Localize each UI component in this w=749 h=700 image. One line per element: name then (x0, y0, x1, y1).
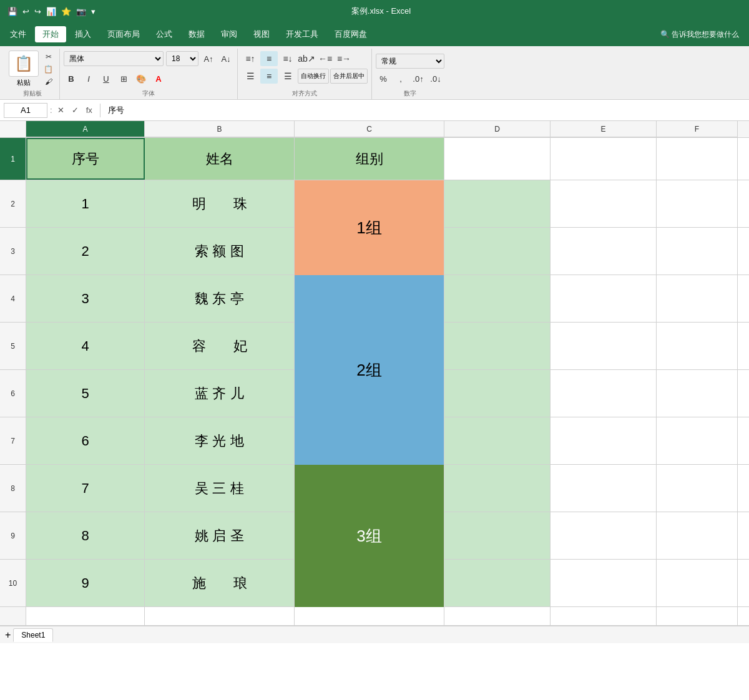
cell-a7[interactable]: 6 (26, 417, 145, 464)
col-header-b[interactable]: B (145, 121, 295, 137)
cell-e1[interactable] (551, 138, 657, 180)
cell-f-empty[interactable] (657, 607, 738, 625)
cell-f8[interactable] (657, 465, 738, 512)
save-icon[interactable]: 💾 (7, 7, 17, 16)
cell-c-empty[interactable] (295, 607, 444, 625)
row-header-10[interactable]: 10 (0, 560, 26, 606)
star-icon[interactable]: ⭐ (61, 7, 71, 16)
cell-a3[interactable]: 2 (26, 228, 145, 275)
merged-group-1[interactable]: 1组 (295, 180, 444, 275)
add-sheet-button[interactable]: + (5, 630, 11, 641)
formula-input[interactable] (105, 103, 745, 118)
cell-e-empty[interactable] (551, 607, 657, 625)
menu-home[interactable]: 开始 (35, 26, 66, 42)
cell-f3[interactable] (657, 228, 738, 275)
cell-e5[interactable] (551, 323, 657, 369)
cell-d3[interactable] (444, 228, 551, 275)
row-header-1[interactable]: 1 (0, 138, 26, 180)
row-header-2[interactable]: 2 (0, 180, 26, 227)
cell-e6[interactable] (551, 370, 657, 417)
italic-button[interactable]: I (81, 71, 96, 86)
cell-d1[interactable] (444, 138, 551, 180)
orient-button[interactable]: ab↗ (298, 51, 315, 66)
underline-button[interactable]: U (99, 71, 114, 86)
menu-search[interactable]: 🔍 告诉我您想要做什么 (653, 27, 747, 42)
menu-review[interactable]: 审阅 (213, 26, 245, 42)
menu-insert[interactable]: 插入 (67, 26, 99, 42)
cell-c4[interactable]: 2组 (295, 275, 444, 322)
menu-file[interactable]: 文件 (2, 26, 34, 42)
cell-e8[interactable] (551, 465, 657, 512)
cell-b5[interactable]: 容 妃 (145, 323, 295, 369)
align-bottom-button[interactable]: ≡↓ (279, 51, 296, 66)
cell-b7[interactable]: 李 光 地 (145, 417, 295, 464)
format-painter-button[interactable]: 🖌 (41, 76, 56, 87)
decimal-increase-button[interactable]: .0↑ (411, 71, 426, 86)
cell-d7[interactable] (444, 417, 551, 464)
row-header-6[interactable]: 6 (0, 370, 26, 417)
merge-center-button[interactable]: 合并后居中 (330, 69, 368, 84)
row-header-8[interactable]: 8 (0, 465, 26, 512)
col-header-d[interactable]: D (444, 121, 551, 137)
paste-button[interactable]: 📋 (9, 51, 39, 77)
cell-e2[interactable] (551, 180, 657, 227)
cell-b1[interactable]: 姓名 (145, 138, 295, 180)
cell-c1[interactable]: 组别 (295, 138, 444, 180)
decimal-decrease-button[interactable]: .0↓ (428, 71, 443, 86)
number-format-select[interactable]: 常规 (376, 54, 444, 69)
camera-icon[interactable]: 📷 (76, 7, 86, 16)
col-header-a[interactable]: A (26, 121, 145, 137)
merged-group-3[interactable]: 3组 (295, 465, 444, 607)
menu-devtools[interactable]: 开发工具 (278, 26, 326, 42)
col-header-f[interactable]: F (657, 121, 738, 137)
merged-group-2[interactable]: 2组 (295, 275, 444, 465)
cell-a8[interactable]: 7 (26, 465, 145, 512)
cell-d8[interactable] (444, 465, 551, 512)
copy-button[interactable]: 📋 (41, 64, 56, 75)
cell-d4[interactable] (444, 275, 551, 322)
menu-view[interactable]: 视图 (246, 26, 277, 42)
menu-pagelayout[interactable]: 页面布局 (100, 26, 147, 42)
row-header-3[interactable]: 3 (0, 228, 26, 275)
cell-f1[interactable] (657, 138, 738, 180)
cancel-formula-button[interactable]: ✕ (55, 105, 67, 115)
cell-d5[interactable] (444, 323, 551, 369)
align-left-button[interactable]: ☰ (242, 69, 259, 84)
col-header-c[interactable]: C (295, 121, 444, 137)
fill-color-button[interactable]: 🎨 (134, 71, 149, 86)
percent-button[interactable]: % (376, 71, 391, 86)
cell-d6[interactable] (444, 370, 551, 417)
cell-a10[interactable]: 9 (26, 560, 145, 606)
redo-icon[interactable]: ↪ (34, 7, 41, 16)
cut-button[interactable]: ✂ (41, 51, 56, 62)
cell-e9[interactable] (551, 512, 657, 559)
cell-f5[interactable] (657, 323, 738, 369)
comma-button[interactable]: , (393, 71, 408, 86)
cell-e3[interactable] (551, 228, 657, 275)
cell-b4[interactable]: 魏 东 亭 (145, 275, 295, 322)
cell-e10[interactable] (551, 560, 657, 606)
cell-f9[interactable] (657, 512, 738, 559)
menu-formula[interactable]: 公式 (149, 26, 180, 42)
insert-function-button[interactable]: fx (84, 105, 95, 115)
font-size-decrease-button[interactable]: A↓ (218, 51, 233, 66)
font-size-select[interactable]: 18 (166, 51, 198, 66)
row-header-4[interactable]: 4 (0, 275, 26, 322)
cell-reference-input[interactable] (4, 103, 47, 118)
align-right-button[interactable]: ☰ (279, 69, 296, 84)
col-header-e[interactable]: E (551, 121, 657, 137)
confirm-formula-button[interactable]: ✓ (69, 105, 81, 115)
indent-increase-button[interactable]: ≡→ (335, 51, 353, 66)
row-header-5[interactable]: 5 (0, 323, 26, 369)
cell-b-empty[interactable] (145, 607, 295, 625)
cell-e7[interactable] (551, 417, 657, 464)
indent-decrease-button[interactable]: ←≡ (316, 51, 334, 66)
cell-d9[interactable] (444, 512, 551, 559)
cell-a-empty[interactable] (26, 607, 145, 625)
cell-f2[interactable] (657, 180, 738, 227)
font-name-select[interactable]: 黑体 (64, 51, 164, 66)
cell-b3[interactable]: 索 额 图 (145, 228, 295, 275)
cell-b10[interactable]: 施 琅 (145, 560, 295, 606)
more-icon[interactable]: ▾ (91, 7, 95, 16)
wrap-text-button[interactable]: 自动换行 (298, 69, 329, 84)
